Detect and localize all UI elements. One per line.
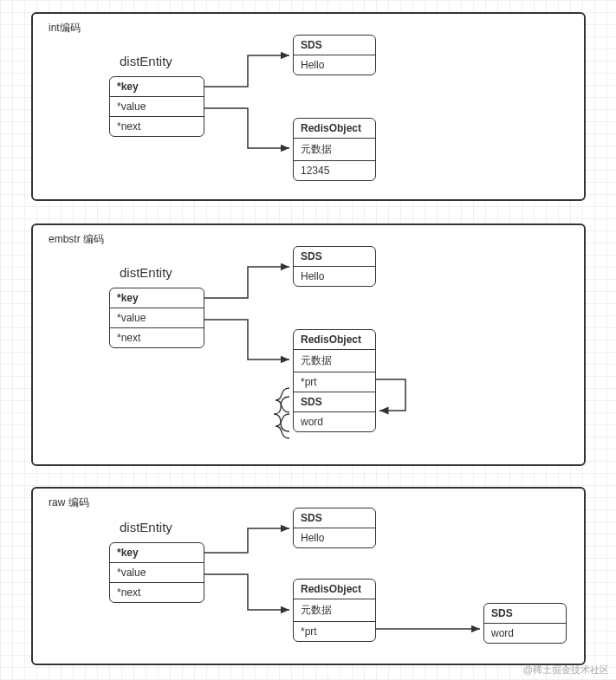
word-row: word <box>294 412 375 431</box>
panel-title: embstr 编码 <box>49 232 104 247</box>
next-row: *next <box>110 117 204 136</box>
sds-value: Hello <box>294 528 375 547</box>
panel-title: raw 编码 <box>49 495 89 510</box>
sds-header: SDS <box>294 247 375 267</box>
value-row: *value <box>110 563 204 583</box>
dist-entity-table: *key *value *next <box>109 76 204 137</box>
redis-object-header: RedisObject <box>294 119 375 139</box>
sds-table: SDS Hello <box>293 508 376 548</box>
num-row: 12345 <box>294 161 375 180</box>
dist-entity-label: distEntity <box>120 520 172 534</box>
prt-row: *prt <box>294 372 375 392</box>
sds-header: SDS <box>294 508 375 528</box>
redis-object-table: RedisObject 元数据 12345 <box>293 118 376 181</box>
sds-table: SDS Hello <box>293 246 376 287</box>
panel-int: int编码 distEntity *key *value *next SDS H… <box>31 12 586 201</box>
dist-entity-label: distEntity <box>120 265 172 280</box>
panel-embstr: embstr 编码 distEntity *key *value *next S… <box>31 223 586 466</box>
sds-value: Hello <box>294 55 375 74</box>
key-row: *key <box>110 543 204 563</box>
meta-row: 元数据 <box>294 350 375 372</box>
sds-value: Hello <box>294 267 375 286</box>
dist-entity-label: distEntity <box>120 54 172 68</box>
word-row: word <box>484 624 566 643</box>
next-row: *next <box>110 583 204 602</box>
watermark: @稀土掘金技术社区 <box>523 664 609 677</box>
key-row: *key <box>110 77 204 97</box>
sds-header-inner: SDS <box>294 392 375 412</box>
sds-table: SDS Hello <box>293 35 376 75</box>
redis-object-table: RedisObject 元数据 *prt SDS word <box>293 329 376 432</box>
redis-object-header: RedisObject <box>294 330 375 350</box>
value-row: *value <box>110 97 204 117</box>
panel-title: int编码 <box>49 21 81 36</box>
sds-header: SDS <box>484 604 566 624</box>
dist-entity-table: *key *value *next <box>109 288 204 348</box>
redis-object-header: RedisObject <box>294 580 375 599</box>
meta-row: 元数据 <box>294 139 375 161</box>
redis-object-table: RedisObject 元数据 *prt <box>293 579 376 642</box>
value-row: *value <box>110 308 204 328</box>
dist-entity-table: *key *value *next <box>109 542 204 603</box>
sds-word-table: SDS word <box>483 603 567 644</box>
key-row: *key <box>110 288 204 308</box>
panel-raw: raw 编码 distEntity *key *value *next SDS … <box>31 487 586 665</box>
sds-header: SDS <box>294 36 375 55</box>
meta-row: 元数据 <box>294 599 375 622</box>
prt-row: *prt <box>294 622 375 641</box>
next-row: *next <box>110 328 204 347</box>
